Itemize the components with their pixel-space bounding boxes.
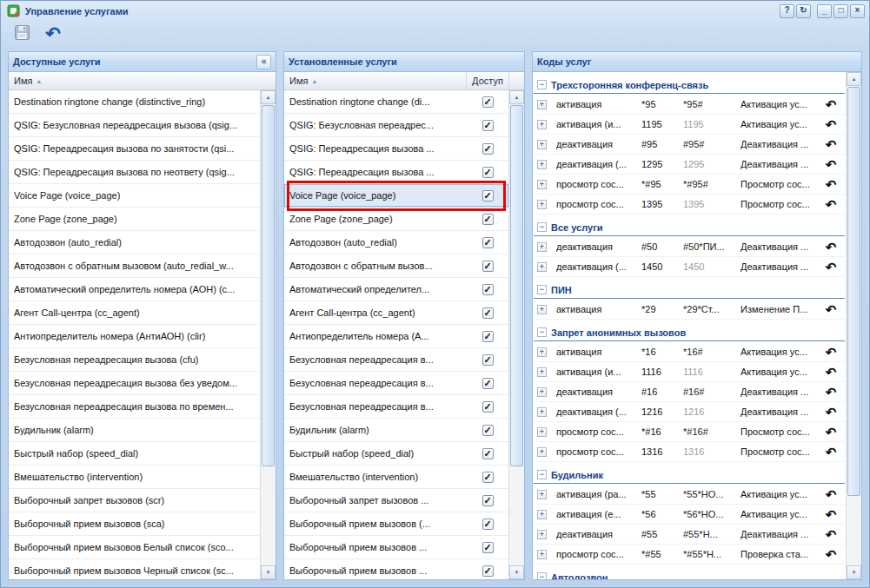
access-checkbox[interactable]: ✓ [482, 519, 494, 530]
access-checkbox[interactable]: ✓ [482, 307, 494, 319]
access-checkbox[interactable]: ✓ [482, 448, 494, 459]
code-row[interactable]: +деактивация (...12161216Деактивация ...… [534, 402, 845, 422]
installed-scrollbar[interactable]: ▲ ▼ [508, 90, 524, 579]
service-row[interactable]: Zone Page (zone_page) [9, 208, 260, 231]
code-row[interactable]: +просмотр сос...13951395Просмотр сос...↶ [534, 195, 845, 215]
code-group-header[interactable]: −Автодозвон [534, 565, 845, 579]
service-row[interactable]: Безусловная переадресация в...✓ [284, 395, 508, 419]
service-row[interactable]: Выборочный прием вызовов ...✓ [284, 536, 508, 559]
scroll-thumb[interactable] [510, 105, 523, 466]
service-row[interactable]: Агент Call-центра (cc_agent)✓ [284, 301, 508, 325]
collapse-group-icon[interactable]: − [537, 572, 547, 579]
service-row[interactable]: Выборочный запрет вызовов (scr) [9, 489, 260, 512]
access-checkbox[interactable]: ✓ [482, 120, 494, 131]
window-titlebar[interactable]: Управление услугами ? ↻ _ □ × [2, 2, 868, 20]
access-checkbox[interactable]: ✓ [482, 378, 494, 389]
expand-row-icon[interactable]: + [537, 100, 547, 109]
code-row[interactable]: +активация*16*16#Активация ус...↶ [534, 342, 845, 362]
help-button[interactable]: ? [780, 4, 794, 18]
access-checkbox[interactable]: ✓ [482, 495, 494, 506]
code-row[interactable]: +активация (и...11161116Активация ус...↶ [534, 362, 845, 382]
scroll-thumb[interactable] [847, 87, 860, 496]
name-column[interactable]: Имя ▲ [284, 72, 466, 89]
access-checkbox[interactable]: ✓ [482, 565, 494, 577]
restore-default-icon[interactable]: ↶ [817, 198, 845, 211]
service-row[interactable]: Автодозвон с обратным вызов...✓ [284, 254, 508, 278]
access-checkbox[interactable]: ✓ [482, 190, 494, 202]
service-row[interactable]: QSIG: Безусловная переадресация вызова (… [9, 114, 260, 137]
restore-default-icon[interactable]: ↶ [817, 508, 845, 521]
expand-row-icon[interactable]: + [537, 387, 547, 397]
restore-default-icon[interactable]: ↶ [817, 488, 845, 501]
access-checkbox[interactable]: ✓ [482, 284, 494, 295]
expand-row-icon[interactable]: + [537, 550, 547, 559]
service-row[interactable]: Автоматический определител...✓ [284, 278, 508, 301]
restore-default-icon[interactable]: ↶ [817, 528, 845, 541]
restore-default-icon[interactable]: ↶ [817, 261, 845, 274]
code-row[interactable]: +деактивация#16#16#Деактивация ...↶ [534, 382, 845, 402]
restore-default-icon[interactable]: ↶ [817, 118, 845, 131]
restore-default-icon[interactable]: ↶ [817, 138, 845, 151]
code-group-header[interactable]: −ПИН [534, 277, 845, 299]
code-row[interactable]: +активация (и...11951195Активация ус...↶ [534, 115, 845, 135]
code-row[interactable]: +просмотр сос...*#55*#55*Н...Проверка ст… [534, 545, 845, 565]
service-row[interactable]: Безусловная переадресация вызова без уве… [9, 372, 260, 395]
expand-row-icon[interactable]: + [537, 140, 547, 149]
service-row[interactable]: Автоматический определитель номера (АОН)… [9, 278, 260, 301]
scroll-track[interactable] [847, 86, 861, 565]
restore-default-icon[interactable]: ↶ [817, 446, 845, 459]
expand-row-icon[interactable]: + [537, 407, 547, 417]
code-row[interactable]: +деактивация (...12951295Деактивация ...… [534, 155, 845, 175]
service-row[interactable]: Выборочный прием вызовов Белый список (s… [9, 536, 260, 559]
collapse-group-icon[interactable]: − [537, 222, 547, 232]
expand-row-icon[interactable]: + [537, 160, 547, 169]
code-row[interactable]: +активация*29*29*Ст...Изменение П...↶ [534, 300, 845, 320]
restore-default-icon[interactable]: ↶ [817, 366, 845, 379]
scroll-up-button[interactable]: ▲ [509, 90, 524, 104]
access-checkbox[interactable]: ✓ [482, 96, 494, 108]
scroll-track[interactable] [509, 104, 524, 565]
access-checkbox[interactable]: ✓ [482, 354, 494, 366]
restore-default-icon[interactable]: ↶ [817, 241, 845, 254]
code-row[interactable]: +активация*95*95#Активация ус...↶ [534, 95, 845, 115]
expand-row-icon[interactable]: + [537, 120, 547, 129]
scroll-down-button[interactable]: ▼ [509, 565, 524, 579]
collapse-group-icon[interactable]: − [537, 285, 547, 294]
expand-row-icon[interactable]: + [537, 490, 547, 499]
code-row[interactable]: +деактивация (...14501450Деактивация ...… [534, 257, 845, 277]
restore-default-icon[interactable]: ↶ [817, 98, 845, 111]
expand-row-icon[interactable]: + [537, 530, 547, 539]
expand-row-icon[interactable]: + [537, 242, 547, 252]
restore-default-icon[interactable]: ↶ [817, 386, 845, 399]
available-scrollbar[interactable]: ▲ ▼ [260, 90, 276, 579]
codes-scrollbar[interactable]: ▲ ▼ [846, 72, 861, 579]
service-row[interactable]: Destination ringtone change (distinctive… [9, 90, 260, 114]
service-row[interactable]: Destination ringtone change (di...✓ [284, 90, 508, 114]
access-column[interactable]: Доступ [466, 72, 508, 89]
service-row[interactable]: Автодозвон (auto_redial)✓ [284, 231, 508, 254]
expand-row-icon[interactable]: + [537, 427, 547, 437]
service-row[interactable]: QSIG: Переадресация вызова ...✓ [284, 137, 508, 161]
access-checkbox[interactable]: ✓ [482, 214, 494, 225]
code-row[interactable]: +просмотр сос...*#16*#16#Просмотр сос...… [534, 422, 845, 442]
service-row[interactable]: Безусловная переадресация вызова по врем… [9, 395, 260, 419]
code-group-header[interactable]: −Будильник [534, 462, 845, 484]
restore-default-icon[interactable]: ↶ [817, 303, 845, 316]
code-row[interactable]: +активация (е...*56*56*НО...Активация ус… [534, 505, 845, 525]
expand-row-icon[interactable]: + [537, 447, 547, 457]
undo-button[interactable]: ↶ [42, 22, 64, 44]
refresh-button[interactable]: ↻ [796, 4, 811, 18]
expand-row-icon[interactable]: + [537, 200, 547, 209]
access-checkbox[interactable]: ✓ [482, 472, 494, 483]
service-row[interactable]: Voice Page (voice_page)✓ [284, 184, 508, 208]
service-row[interactable]: Zone Page (zone_page)✓ [284, 208, 508, 231]
code-row[interactable]: +активация (ра...*55*55*НО...Активация у… [534, 485, 845, 505]
code-row[interactable]: +просмотр сос...13161316Просмотр сос...↶ [534, 442, 845, 462]
scroll-up-button[interactable]: ▲ [261, 90, 276, 104]
code-group-header[interactable]: −Все услуги [534, 215, 845, 236]
maximize-button[interactable]: □ [833, 4, 848, 18]
service-row[interactable]: Вмешательство (intervention) [9, 466, 260, 489]
access-checkbox[interactable]: ✓ [482, 261, 494, 272]
available-column-header[interactable]: Имя ▲ [9, 72, 276, 90]
scroll-thumb[interactable] [262, 105, 275, 466]
